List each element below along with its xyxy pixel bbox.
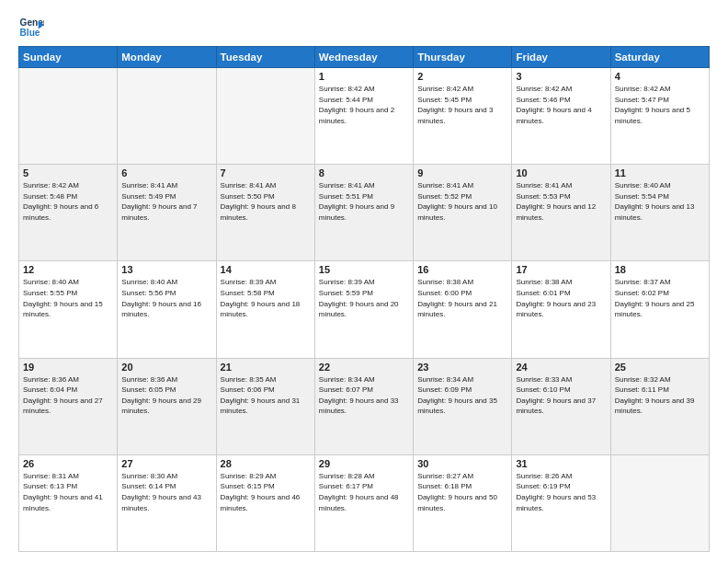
day-info: Sunrise: 8:41 AMSunset: 5:51 PMDaylight:… xyxy=(319,180,409,223)
day-cell: 23Sunrise: 8:34 AMSunset: 6:09 PMDayligh… xyxy=(414,358,512,454)
day-number: 2 xyxy=(417,71,507,82)
day-cell: 3Sunrise: 8:42 AMSunset: 5:46 PMDaylight… xyxy=(512,68,610,165)
col-header-tuesday: Tuesday xyxy=(216,47,314,68)
page: General Blue SundayMondayTuesdayWednesda… xyxy=(0,0,728,563)
day-number: 26 xyxy=(23,458,113,469)
header: General Blue xyxy=(18,15,710,40)
day-cell xyxy=(19,68,118,165)
day-cell: 19Sunrise: 8:36 AMSunset: 6:04 PMDayligh… xyxy=(19,358,118,454)
day-number: 20 xyxy=(121,362,211,373)
day-cell: 9Sunrise: 8:41 AMSunset: 5:52 PMDaylight… xyxy=(414,165,512,261)
day-cell: 8Sunrise: 8:41 AMSunset: 5:51 PMDaylight… xyxy=(314,165,413,261)
day-cell: 14Sunrise: 8:39 AMSunset: 5:58 PMDayligh… xyxy=(216,261,314,358)
day-cell: 12Sunrise: 8:40 AMSunset: 5:55 PMDayligh… xyxy=(19,261,118,358)
day-info: Sunrise: 8:37 AMSunset: 6:02 PMDaylight:… xyxy=(615,277,705,319)
day-number: 22 xyxy=(319,362,409,373)
week-row-1: 1Sunrise: 8:42 AMSunset: 5:44 PMDaylight… xyxy=(19,68,710,165)
day-number: 9 xyxy=(417,167,507,178)
col-header-monday: Monday xyxy=(118,47,216,68)
day-info: Sunrise: 8:40 AMSunset: 5:56 PMDaylight:… xyxy=(121,277,211,319)
day-cell: 5Sunrise: 8:42 AMSunset: 5:48 PMDaylight… xyxy=(19,165,118,261)
day-info: Sunrise: 8:38 AMSunset: 6:00 PMDaylight:… xyxy=(417,277,507,319)
day-cell: 29Sunrise: 8:28 AMSunset: 6:17 PMDayligh… xyxy=(314,454,413,551)
day-info: Sunrise: 8:36 AMSunset: 6:04 PMDaylight:… xyxy=(23,374,113,417)
day-cell: 21Sunrise: 8:35 AMSunset: 6:06 PMDayligh… xyxy=(216,358,314,454)
day-number: 27 xyxy=(121,458,211,469)
day-cell: 31Sunrise: 8:26 AMSunset: 6:19 PMDayligh… xyxy=(512,454,610,551)
day-info: Sunrise: 8:40 AMSunset: 5:55 PMDaylight:… xyxy=(23,277,113,319)
day-cell: 16Sunrise: 8:38 AMSunset: 6:00 PMDayligh… xyxy=(414,261,512,358)
day-number: 10 xyxy=(516,167,606,178)
day-cell: 30Sunrise: 8:27 AMSunset: 6:18 PMDayligh… xyxy=(414,454,512,551)
day-cell: 27Sunrise: 8:30 AMSunset: 6:14 PMDayligh… xyxy=(118,454,216,551)
day-cell: 6Sunrise: 8:41 AMSunset: 5:49 PMDaylight… xyxy=(118,165,216,261)
day-cell: 17Sunrise: 8:38 AMSunset: 6:01 PMDayligh… xyxy=(512,261,610,358)
day-cell: 26Sunrise: 8:31 AMSunset: 6:13 PMDayligh… xyxy=(19,454,118,551)
day-info: Sunrise: 8:32 AMSunset: 6:11 PMDaylight:… xyxy=(615,374,705,417)
day-info: Sunrise: 8:38 AMSunset: 6:01 PMDaylight:… xyxy=(516,277,606,319)
day-cell: 1Sunrise: 8:42 AMSunset: 5:44 PMDaylight… xyxy=(314,68,413,165)
day-number: 23 xyxy=(417,362,507,373)
svg-text:Blue: Blue xyxy=(20,28,40,38)
day-number: 3 xyxy=(516,71,606,82)
day-info: Sunrise: 8:39 AMSunset: 5:59 PMDaylight:… xyxy=(319,277,409,319)
day-number: 29 xyxy=(319,458,409,469)
day-cell xyxy=(118,68,216,165)
logo: General Blue xyxy=(18,15,44,40)
day-number: 31 xyxy=(516,458,606,469)
day-cell xyxy=(216,68,314,165)
header-row: SundayMondayTuesdayWednesdayThursdayFrid… xyxy=(19,47,710,68)
day-number: 12 xyxy=(23,264,113,275)
day-cell: 22Sunrise: 8:34 AMSunset: 6:07 PMDayligh… xyxy=(314,358,413,454)
day-info: Sunrise: 8:41 AMSunset: 5:52 PMDaylight:… xyxy=(417,180,507,223)
day-number: 17 xyxy=(516,264,606,275)
day-number: 11 xyxy=(615,167,705,178)
calendar-body: 1Sunrise: 8:42 AMSunset: 5:44 PMDaylight… xyxy=(19,68,710,552)
day-cell: 13Sunrise: 8:40 AMSunset: 5:56 PMDayligh… xyxy=(118,261,216,358)
day-number: 14 xyxy=(221,264,311,275)
day-number: 7 xyxy=(221,167,311,178)
day-cell: 11Sunrise: 8:40 AMSunset: 5:54 PMDayligh… xyxy=(610,165,709,261)
col-header-thursday: Thursday xyxy=(414,47,512,68)
day-cell: 24Sunrise: 8:33 AMSunset: 6:10 PMDayligh… xyxy=(512,358,610,454)
day-cell: 4Sunrise: 8:42 AMSunset: 5:47 PMDaylight… xyxy=(610,68,709,165)
day-number: 1 xyxy=(319,71,409,82)
day-info: Sunrise: 8:42 AMSunset: 5:45 PMDaylight:… xyxy=(417,84,507,126)
day-number: 6 xyxy=(121,167,211,178)
day-info: Sunrise: 8:39 AMSunset: 5:58 PMDaylight:… xyxy=(221,277,311,319)
day-cell: 10Sunrise: 8:41 AMSunset: 5:53 PMDayligh… xyxy=(512,165,610,261)
calendar-table: SundayMondayTuesdayWednesdayThursdayFrid… xyxy=(18,46,710,552)
week-row-2: 5Sunrise: 8:42 AMSunset: 5:48 PMDaylight… xyxy=(19,165,710,261)
logo-icon: General Blue xyxy=(18,15,44,40)
day-info: Sunrise: 8:28 AMSunset: 6:17 PMDaylight:… xyxy=(319,471,409,513)
day-number: 18 xyxy=(615,264,705,275)
day-number: 8 xyxy=(319,167,409,178)
col-header-wednesday: Wednesday xyxy=(314,47,413,68)
week-row-4: 19Sunrise: 8:36 AMSunset: 6:04 PMDayligh… xyxy=(19,358,710,454)
col-header-saturday: Saturday xyxy=(610,47,709,68)
day-info: Sunrise: 8:33 AMSunset: 6:10 PMDaylight:… xyxy=(516,374,606,417)
day-number: 21 xyxy=(221,362,311,373)
day-info: Sunrise: 8:34 AMSunset: 6:07 PMDaylight:… xyxy=(319,374,409,417)
day-info: Sunrise: 8:41 AMSunset: 5:53 PMDaylight:… xyxy=(516,180,606,223)
day-cell: 2Sunrise: 8:42 AMSunset: 5:45 PMDaylight… xyxy=(414,68,512,165)
day-info: Sunrise: 8:31 AMSunset: 6:13 PMDaylight:… xyxy=(23,471,113,513)
day-cell: 15Sunrise: 8:39 AMSunset: 5:59 PMDayligh… xyxy=(314,261,413,358)
day-info: Sunrise: 8:26 AMSunset: 6:19 PMDaylight:… xyxy=(516,471,606,513)
day-info: Sunrise: 8:30 AMSunset: 6:14 PMDaylight:… xyxy=(121,471,211,513)
day-number: 4 xyxy=(615,71,705,82)
day-cell: 28Sunrise: 8:29 AMSunset: 6:15 PMDayligh… xyxy=(216,454,314,551)
week-row-3: 12Sunrise: 8:40 AMSunset: 5:55 PMDayligh… xyxy=(19,261,710,358)
day-info: Sunrise: 8:42 AMSunset: 5:46 PMDaylight:… xyxy=(516,84,606,126)
day-number: 15 xyxy=(319,264,409,275)
day-info: Sunrise: 8:40 AMSunset: 5:54 PMDaylight:… xyxy=(615,180,705,223)
day-cell xyxy=(610,454,709,551)
day-info: Sunrise: 8:36 AMSunset: 6:05 PMDaylight:… xyxy=(121,374,211,417)
day-info: Sunrise: 8:42 AMSunset: 5:47 PMDaylight:… xyxy=(615,84,705,126)
day-cell: 25Sunrise: 8:32 AMSunset: 6:11 PMDayligh… xyxy=(610,358,709,454)
day-cell: 18Sunrise: 8:37 AMSunset: 6:02 PMDayligh… xyxy=(610,261,709,358)
day-number: 28 xyxy=(221,458,311,469)
day-info: Sunrise: 8:41 AMSunset: 5:50 PMDaylight:… xyxy=(221,180,311,223)
day-number: 13 xyxy=(121,264,211,275)
day-cell: 20Sunrise: 8:36 AMSunset: 6:05 PMDayligh… xyxy=(118,358,216,454)
